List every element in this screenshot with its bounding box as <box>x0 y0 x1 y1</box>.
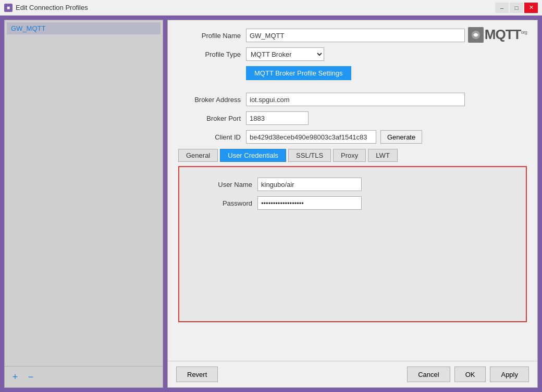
form-section: MQTTorg Profile Name Profile Type MQTT B… <box>178 29 527 61</box>
username-input[interactable] <box>257 178 362 191</box>
username-label: User Name <box>190 181 252 188</box>
profile-type-select[interactable]: MQTT Broker <box>246 47 324 61</box>
remove-profile-button[interactable]: − <box>24 371 37 383</box>
minimize-button[interactable]: – <box>495 3 509 13</box>
cancel-button[interactable]: Cancel <box>407 366 450 382</box>
bottom-bar-right: Cancel OK Apply <box>407 366 529 382</box>
generate-button[interactable]: Generate <box>380 130 422 144</box>
client-id-label: Client ID <box>178 133 241 141</box>
username-row: User Name document.currentScript.previou… <box>190 178 515 191</box>
section-button-wrapper: MQTT Broker Profile Settings <box>246 66 527 86</box>
apply-button[interactable]: Apply <box>490 366 529 382</box>
ok-button[interactable]: OK <box>454 366 486 382</box>
password-row: Password document.currentScript.previous… <box>190 196 515 210</box>
revert-button[interactable]: Revert <box>176 366 218 382</box>
profile-name-label: Profile Name <box>178 32 241 40</box>
title-bar: ■ Edit Connection Profiles – □ ✕ <box>0 0 542 16</box>
broker-address-label: Broker Address <box>178 96 241 104</box>
broker-port-label: Broker Port <box>178 115 241 122</box>
right-panel: MQTTorg Profile Name Profile Type MQTT B… <box>167 20 538 388</box>
profile-type-row: Profile Type MQTT Broker <box>178 47 527 61</box>
profile-list: GW_MQTT <box>5 20 163 366</box>
password-label: Password <box>190 199 252 207</box>
tab-user-credentials[interactable]: User Credentials <box>220 149 286 162</box>
maximize-button[interactable]: □ <box>510 3 523 13</box>
main-content: GW_MQTT + − MQTTorg <box>0 16 542 392</box>
broker-port-input[interactable] <box>246 111 309 125</box>
mqtt-logo: MQTTorg <box>468 27 527 43</box>
right-panel-body: MQTTorg Profile Name Profile Type MQTT B… <box>168 20 537 361</box>
mqtt-logo-text: MQTTorg <box>485 27 527 43</box>
client-id-row: Client ID document.currentScript.previou… <box>178 130 527 144</box>
section-header-button[interactable]: MQTT Broker Profile Settings <box>246 66 351 80</box>
window-title: Edit Connection Profiles <box>16 4 88 11</box>
title-bar-left: ■ Edit Connection Profiles <box>4 4 88 12</box>
tab-proxy[interactable]: Proxy <box>333 149 366 162</box>
window-controls: – □ ✕ <box>495 3 538 13</box>
client-id-input[interactable] <box>246 130 376 144</box>
close-button[interactable]: ✕ <box>524 3 538 13</box>
profile-list-item[interactable]: GW_MQTT <box>7 22 161 34</box>
mqtt-logo-icon <box>468 27 484 43</box>
add-profile-button[interactable]: + <box>9 371 21 383</box>
profile-type-wrapper: MQTT Broker <box>246 47 324 61</box>
app-icon: ■ <box>4 4 13 12</box>
left-panel-footer: + − <box>5 366 163 387</box>
profile-type-label: Profile Type <box>178 50 241 58</box>
profile-name-input[interactable] <box>246 29 465 42</box>
tab-general[interactable]: General <box>178 149 218 162</box>
broker-address-row: Broker Address document.currentScript.pr… <box>178 93 527 106</box>
bottom-bar-left: Revert <box>176 366 218 382</box>
tab-content-user-credentials: User Name document.currentScript.previou… <box>178 166 527 322</box>
password-input[interactable] <box>257 196 362 210</box>
left-panel: GW_MQTT + − <box>4 20 163 388</box>
bottom-bar: Revert Cancel OK Apply <box>168 361 537 387</box>
broker-port-row: Broker Port document.currentScript.previ… <box>178 111 527 125</box>
tabs-row: General User Credentials SSL/TLS Proxy L… <box>178 149 527 162</box>
tab-ssl-tls[interactable]: SSL/TLS <box>288 149 331 162</box>
broker-address-input[interactable] <box>246 93 465 106</box>
tab-lwt[interactable]: LWT <box>368 149 397 162</box>
